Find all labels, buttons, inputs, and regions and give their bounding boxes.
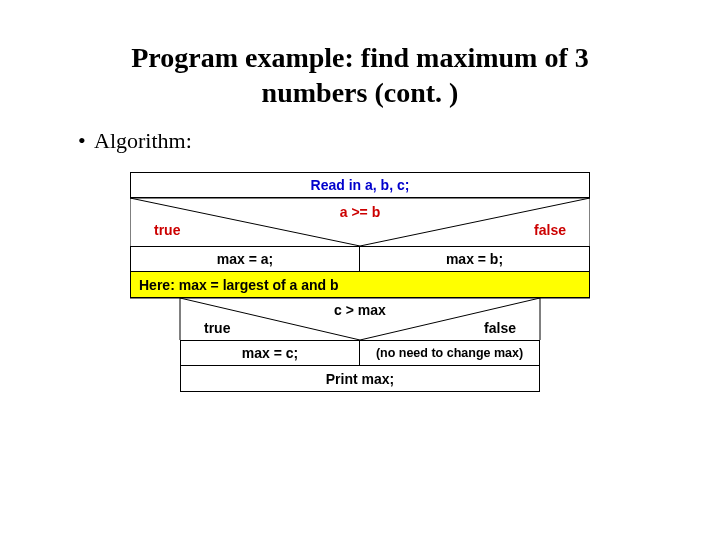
flow-read-text: Read in a, b, c;	[131, 177, 589, 193]
branch1-left-text: max = a;	[217, 251, 273, 267]
decision1-true: true	[154, 222, 180, 238]
flow-note-text: Here: max = largest of a and b	[139, 277, 339, 293]
branch2-left-text: max = c;	[242, 345, 298, 361]
flow-print-text: Print max;	[181, 371, 539, 387]
flow-branch-2: max = c; (no need to change max)	[180, 340, 540, 366]
decision1-false: false	[534, 222, 566, 238]
decision2-true: true	[204, 320, 230, 336]
bullet-text: Algorithm:	[94, 128, 192, 153]
flow-decision-1: true a >= b false	[130, 198, 590, 246]
branch2-right: (no need to change max)	[360, 341, 539, 365]
flow-decision-2: true c > max false	[130, 298, 590, 340]
flowchart: Read in a, b, c; true a >= b false max =…	[130, 172, 590, 392]
decision1-cond: a >= b	[340, 204, 380, 220]
flow-branch-1: max = a; max = b;	[130, 246, 590, 272]
branch2-right-text: (no need to change max)	[376, 346, 523, 360]
decision2-false: false	[484, 320, 516, 336]
bullet-algorithm: •Algorithm:	[0, 128, 720, 154]
branch1-left: max = a;	[131, 247, 360, 271]
title-line-1: Program example: find maximum of 3	[131, 42, 589, 73]
title-line-2: numbers (cont. )	[262, 77, 459, 108]
slide-title: Program example: find maximum of 3 numbe…	[0, 0, 720, 128]
branch1-right-text: max = b;	[446, 251, 503, 267]
branch1-right: max = b;	[360, 247, 589, 271]
flow-note: Here: max = largest of a and b	[130, 272, 590, 298]
flow-print-row: Print max;	[180, 366, 540, 392]
bullet-dot: •	[78, 128, 94, 154]
flow-read-row: Read in a, b, c;	[130, 172, 590, 198]
branch2-left: max = c;	[181, 341, 360, 365]
decision2-cond: c > max	[334, 302, 386, 318]
